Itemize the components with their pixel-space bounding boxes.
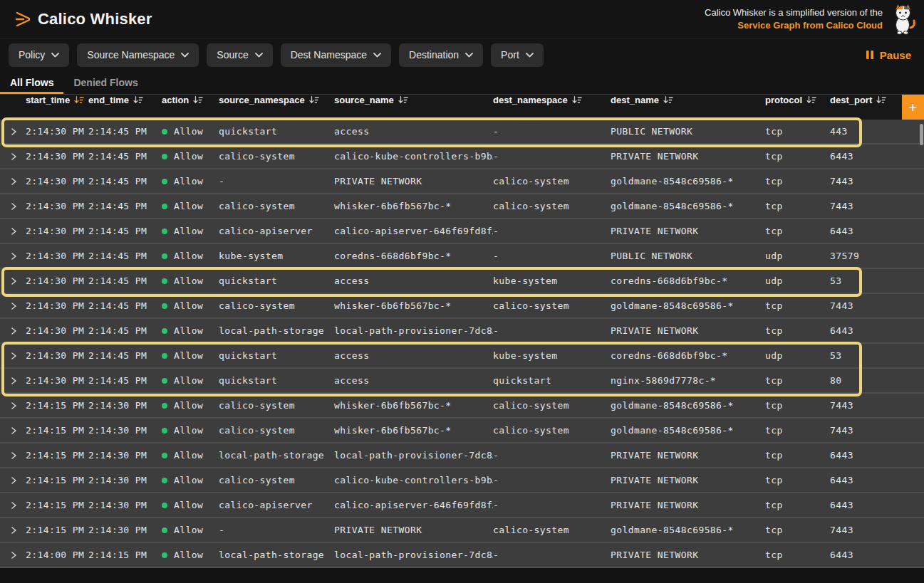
table-row[interactable]: 2:14:30 PM 2:14:45 PM Allow local-path-s… bbox=[0, 319, 924, 344]
row-expander[interactable] bbox=[0, 468, 26, 492]
action-label: Allow bbox=[174, 350, 203, 361]
cell-start-time: 2:14:30 PM bbox=[26, 319, 88, 342]
filter-dropdown-policy[interactable]: Policy bbox=[9, 43, 69, 67]
table-row[interactable]: 2:14:30 PM 2:14:45 PM Allow quickstart a… bbox=[0, 120, 924, 145]
column-header-source-name[interactable]: source_name bbox=[334, 95, 493, 105]
sort-icon[interactable] bbox=[74, 95, 84, 105]
row-expander[interactable] bbox=[0, 219, 26, 243]
table-row[interactable]: 2:14:15 PM 2:14:30 PM Allow - PRIVATE NE… bbox=[0, 518, 924, 543]
row-expander[interactable] bbox=[0, 244, 26, 268]
action-label: Allow bbox=[174, 176, 203, 187]
column-header-protocol[interactable]: protocol bbox=[765, 95, 830, 105]
sort-icon[interactable] bbox=[572, 95, 582, 105]
cell-start-time: 2:14:30 PM bbox=[26, 294, 88, 317]
cell-dest-namespace: - bbox=[493, 443, 611, 467]
column-header-end-time[interactable]: end_time bbox=[88, 95, 162, 105]
tab-label: All Flows bbox=[10, 77, 53, 88]
app-header: Calico Whisker Calico Whisker is a simpl… bbox=[0, 0, 924, 38]
allow-status-dot bbox=[162, 229, 167, 234]
table-row[interactable]: 2:14:15 PM 2:14:30 PM Allow calico-syste… bbox=[0, 419, 924, 443]
row-expander[interactable] bbox=[0, 369, 26, 392]
expand-chevron-icon bbox=[9, 451, 18, 460]
row-expander[interactable] bbox=[0, 419, 26, 442]
flows-table: start_time end_time action source_namesp… bbox=[0, 95, 924, 569]
cell-action: Allow bbox=[162, 269, 219, 293]
row-expander[interactable] bbox=[0, 269, 26, 293]
row-expander[interactable] bbox=[0, 145, 26, 168]
sort-icon[interactable] bbox=[309, 95, 319, 105]
add-column-button[interactable]: + bbox=[902, 95, 924, 120]
column-header-dest-namespace[interactable]: dest_namespace bbox=[493, 95, 611, 105]
table-row[interactable]: 2:14:15 PM 2:14:30 PM Allow local-path-s… bbox=[0, 443, 924, 468]
filter-dropdown-source-namespace[interactable]: Source Namespace bbox=[77, 43, 199, 67]
row-expander[interactable] bbox=[0, 294, 26, 317]
vertical-scrollbar-thumb[interactable] bbox=[920, 124, 923, 145]
column-header-dest-name[interactable]: dest_name bbox=[611, 95, 765, 105]
tab-bar: All Flows Denied Flows bbox=[0, 71, 924, 95]
row-expander[interactable] bbox=[0, 493, 26, 517]
sort-icon[interactable] bbox=[133, 95, 143, 105]
filter-dropdown-port[interactable]: Port bbox=[491, 43, 544, 67]
cell-start-time: 2:14:00 PM bbox=[26, 543, 88, 567]
sort-icon[interactable] bbox=[806, 95, 816, 105]
action-label: Allow bbox=[174, 275, 203, 286]
cell-protocol: udp bbox=[765, 269, 830, 293]
table-row[interactable]: 2:14:15 PM 2:14:30 PM Allow calico-syste… bbox=[0, 394, 924, 419]
filter-bar: Policy Source Namespace Source Dest Name… bbox=[0, 38, 924, 71]
row-expander[interactable] bbox=[0, 120, 26, 143]
column-header-start-time[interactable]: start_time bbox=[26, 95, 88, 105]
filter-dropdown-destination[interactable]: Destination bbox=[399, 43, 483, 67]
filter-dropdown-dest-namespace[interactable]: Dest Namespace bbox=[281, 43, 391, 67]
column-header-source-namespace[interactable]: source_namespace bbox=[219, 95, 334, 105]
row-expander[interactable] bbox=[0, 194, 26, 218]
table-row[interactable]: 2:14:30 PM 2:14:45 PM Allow quickstart a… bbox=[0, 369, 924, 394]
tab-all-flows[interactable]: All Flows bbox=[0, 71, 63, 94]
expand-chevron-icon bbox=[9, 127, 18, 136]
filter-dropdown-source[interactable]: Source bbox=[207, 43, 272, 67]
table-row[interactable]: 2:14:30 PM 2:14:45 PM Allow quickstart a… bbox=[0, 269, 924, 294]
table-row[interactable]: 2:14:30 PM 2:14:45 PM Allow calico-syste… bbox=[0, 294, 924, 319]
expand-chevron-icon bbox=[9, 177, 18, 186]
row-expander[interactable] bbox=[0, 443, 26, 467]
cell-dest-port: 6443 bbox=[830, 145, 924, 168]
row-expander[interactable] bbox=[0, 394, 26, 417]
cell-start-time: 2:14:30 PM bbox=[26, 269, 88, 293]
brand: Calico Whisker bbox=[14, 10, 152, 28]
action-label: Allow bbox=[174, 201, 203, 211]
table-row[interactable]: 2:14:15 PM 2:14:30 PM Allow calico-apise… bbox=[0, 493, 924, 518]
row-expander[interactable] bbox=[0, 543, 26, 567]
sort-icon[interactable] bbox=[398, 95, 408, 105]
row-expander[interactable] bbox=[0, 319, 26, 342]
pause-button[interactable]: Pause bbox=[866, 49, 911, 61]
cell-source-namespace: calico-system bbox=[219, 145, 334, 168]
cell-protocol: tcp bbox=[765, 120, 830, 143]
table-row[interactable]: 2:14:30 PM 2:14:45 PM Allow quickstart a… bbox=[0, 344, 924, 369]
table-row[interactable]: 2:14:30 PM 2:14:45 PM Allow calico-apise… bbox=[0, 219, 924, 244]
table-row[interactable]: 2:14:30 PM 2:14:45 PM Allow calico-syste… bbox=[0, 194, 924, 219]
column-header-action[interactable]: action bbox=[162, 95, 219, 105]
sort-icon[interactable] bbox=[663, 95, 673, 105]
table-row[interactable]: 2:14:30 PM 2:14:45 PM Allow kube-system … bbox=[0, 244, 924, 269]
service-graph-link[interactable]: Service Graph from Calico Cloud bbox=[737, 20, 883, 31]
cell-protocol: tcp bbox=[765, 219, 830, 243]
sort-icon[interactable] bbox=[193, 95, 203, 105]
table-row[interactable]: 2:14:30 PM 2:14:45 PM Allow - PRIVATE NE… bbox=[0, 169, 924, 194]
table-row[interactable]: 2:14:00 PM 2:14:15 PM Allow local-path-s… bbox=[0, 543, 924, 568]
cell-protocol: udp bbox=[765, 244, 830, 268]
cell-action: Allow bbox=[162, 443, 219, 467]
cell-dest-namespace: kube-system bbox=[493, 344, 611, 367]
allow-status-dot bbox=[162, 154, 167, 159]
cell-action: Allow bbox=[162, 493, 219, 517]
cell-start-time: 2:14:30 PM bbox=[26, 145, 88, 168]
tab-denied-flows[interactable]: Denied Flows bbox=[63, 71, 147, 94]
sort-icon[interactable] bbox=[876, 95, 886, 105]
table-row[interactable]: 2:14:15 PM 2:14:30 PM Allow calico-syste… bbox=[0, 468, 924, 493]
column-header-label: dest_namespace bbox=[493, 95, 568, 105]
row-expander[interactable] bbox=[0, 344, 26, 367]
cell-action: Allow bbox=[162, 369, 219, 392]
row-expander[interactable] bbox=[0, 169, 26, 193]
expand-chevron-icon bbox=[9, 476, 18, 485]
row-expander[interactable] bbox=[0, 518, 26, 542]
table-row[interactable]: 2:14:30 PM 2:14:45 PM Allow calico-syste… bbox=[0, 145, 924, 169]
cell-protocol: tcp bbox=[765, 543, 830, 567]
